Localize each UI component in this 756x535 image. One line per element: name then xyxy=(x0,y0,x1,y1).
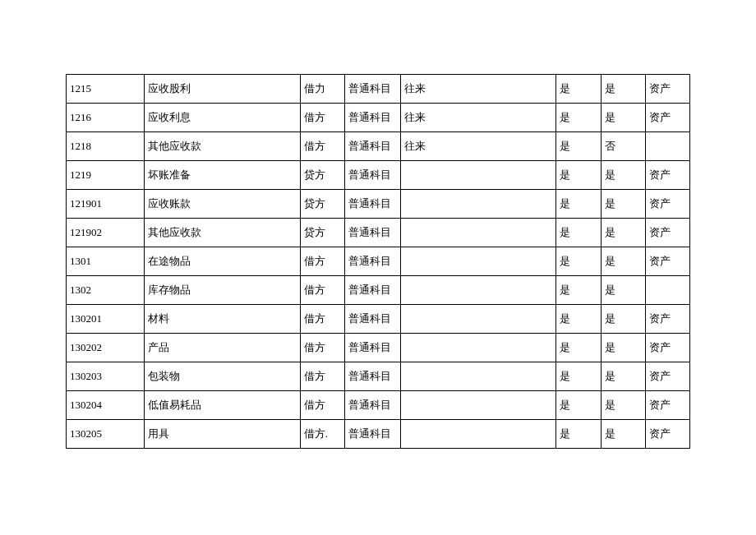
cell-category xyxy=(645,276,689,305)
table-row: 130205用具借方.普通科目是是资产 xyxy=(67,420,690,449)
cell-direction: 借方 xyxy=(300,247,344,276)
cell-code: 121902 xyxy=(67,219,145,247)
cell-name: 坏账准备 xyxy=(144,161,300,190)
cell-type: 普通科目 xyxy=(344,75,400,104)
table-row: 1215应收股利借力普通科目往来是是资产 xyxy=(67,75,690,104)
cell-type: 普通科目 xyxy=(344,132,400,161)
cell-name: 应收股利 xyxy=(144,75,300,104)
cell-aux xyxy=(400,161,556,190)
cell-code: 1301 xyxy=(67,247,145,276)
cell-category: 资产 xyxy=(645,420,689,449)
table-row: 121901应收账款贷方普通科目是是资产 xyxy=(67,190,690,219)
cell-direction: 借方 xyxy=(300,104,344,132)
cell-name: 在途物品 xyxy=(144,247,300,276)
cell-code: 130201 xyxy=(67,305,145,334)
cell-flag2: 否 xyxy=(601,132,645,161)
cell-aux: 往来 xyxy=(400,75,556,104)
cell-category: 资产 xyxy=(645,362,689,391)
cell-flag2: 是 xyxy=(601,190,645,219)
cell-direction: 借方 xyxy=(300,334,344,362)
cell-type: 普通科目 xyxy=(344,247,400,276)
cell-flag1: 是 xyxy=(556,132,601,161)
table-row: 130202产品借方普通科目是是资产 xyxy=(67,334,690,362)
cell-flag1: 是 xyxy=(556,305,601,334)
cell-flag2: 是 xyxy=(601,362,645,391)
cell-direction: 借方 xyxy=(300,391,344,420)
cell-category: 资产 xyxy=(645,190,689,219)
cell-code: 1218 xyxy=(67,132,145,161)
cell-flag1: 是 xyxy=(556,247,601,276)
cell-name: 应收利息 xyxy=(144,104,300,132)
cell-aux xyxy=(400,334,556,362)
cell-code: 121901 xyxy=(67,190,145,219)
cell-category xyxy=(645,132,689,161)
cell-name: 库存物品 xyxy=(144,276,300,305)
cell-code: 1302 xyxy=(67,276,145,305)
table-row: 1301在途物品借方普通科目是是资产 xyxy=(67,247,690,276)
account-table: 1215应收股利借力普通科目往来是是资产1216应收利息借方普通科目往来是是资产… xyxy=(66,74,690,449)
table-row: 1218其他应收款借方普通科目往来是否 xyxy=(67,132,690,161)
cell-category: 资产 xyxy=(645,219,689,247)
cell-flag1: 是 xyxy=(556,334,601,362)
cell-name: 用具 xyxy=(144,420,300,449)
cell-aux xyxy=(400,362,556,391)
cell-category: 资产 xyxy=(645,104,689,132)
cell-flag2: 是 xyxy=(601,247,645,276)
cell-flag1: 是 xyxy=(556,362,601,391)
cell-flag1: 是 xyxy=(556,219,601,247)
cell-aux xyxy=(400,276,556,305)
cell-type: 普通科目 xyxy=(344,219,400,247)
cell-direction: 借方 xyxy=(300,132,344,161)
cell-category: 资产 xyxy=(645,334,689,362)
cell-code: 130204 xyxy=(67,391,145,420)
cell-category: 资产 xyxy=(645,247,689,276)
table-row: 130203包装物借方普通科目是是资产 xyxy=(67,362,690,391)
cell-flag2: 是 xyxy=(601,334,645,362)
cell-flag2: 是 xyxy=(601,219,645,247)
cell-flag2: 是 xyxy=(601,391,645,420)
cell-type: 普通科目 xyxy=(344,161,400,190)
cell-category: 资产 xyxy=(645,391,689,420)
table-row: 1219坏账准备贷方普通科目是是资产 xyxy=(67,161,690,190)
cell-aux: 往来 xyxy=(400,104,556,132)
cell-flag1: 是 xyxy=(556,391,601,420)
cell-flag1: 是 xyxy=(556,190,601,219)
cell-aux xyxy=(400,247,556,276)
cell-direction: 贷方 xyxy=(300,190,344,219)
cell-code: 130203 xyxy=(67,362,145,391)
cell-type: 普通科目 xyxy=(344,391,400,420)
cell-code: 1216 xyxy=(67,104,145,132)
cell-flag2: 是 xyxy=(601,75,645,104)
cell-type: 普通科目 xyxy=(344,305,400,334)
cell-name: 应收账款 xyxy=(144,190,300,219)
cell-aux xyxy=(400,305,556,334)
cell-flag1: 是 xyxy=(556,420,601,449)
cell-name: 低值易耗品 xyxy=(144,391,300,420)
cell-name: 其他应收款 xyxy=(144,219,300,247)
cell-direction: 贷方 xyxy=(300,219,344,247)
table-row: 121902其他应收款贷方普通科目是是资产 xyxy=(67,219,690,247)
cell-flag1: 是 xyxy=(556,75,601,104)
cell-direction: 借力 xyxy=(300,75,344,104)
cell-flag2: 是 xyxy=(601,420,645,449)
cell-name: 材料 xyxy=(144,305,300,334)
cell-aux xyxy=(400,219,556,247)
cell-flag1: 是 xyxy=(556,276,601,305)
cell-category: 资产 xyxy=(645,305,689,334)
cell-code: 1215 xyxy=(67,75,145,104)
table-row: 1216应收利息借方普通科目往来是是资产 xyxy=(67,104,690,132)
cell-direction: 借方 xyxy=(300,362,344,391)
cell-flag1: 是 xyxy=(556,104,601,132)
cell-flag2: 是 xyxy=(601,305,645,334)
cell-aux xyxy=(400,190,556,219)
cell-name: 其他应收款 xyxy=(144,132,300,161)
table-row: 130204低值易耗品借方普通科目是是资产 xyxy=(67,391,690,420)
cell-name: 产品 xyxy=(144,334,300,362)
cell-category: 资产 xyxy=(645,161,689,190)
cell-type: 普通科目 xyxy=(344,104,400,132)
cell-flag2: 是 xyxy=(601,276,645,305)
cell-direction: 借方 xyxy=(300,305,344,334)
cell-flag2: 是 xyxy=(601,161,645,190)
cell-type: 普通科目 xyxy=(344,362,400,391)
table-row: 130201材料借方普通科目是是资产 xyxy=(67,305,690,334)
